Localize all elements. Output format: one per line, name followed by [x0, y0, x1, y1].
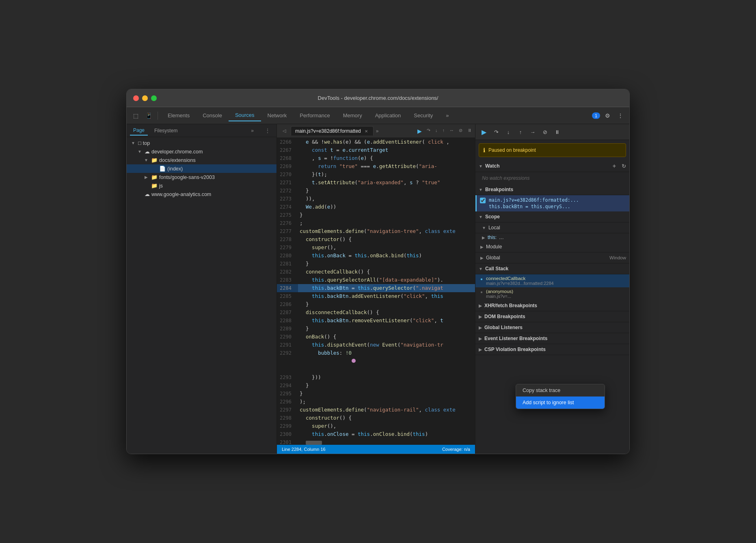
tree-label: docs/extensions: [159, 157, 196, 163]
maximize-button[interactable]: [151, 95, 157, 101]
tab-sources[interactable]: Sources: [229, 110, 261, 121]
main-tabs: Elements Console Sources Network Perform…: [161, 110, 590, 121]
breakpoint-item[interactable]: main.js?v=e382d86f:formatted:... this.ba…: [475, 195, 629, 211]
tab-performance[interactable]: Performance: [293, 110, 336, 121]
more-tabs-btn[interactable]: »: [439, 110, 455, 121]
tree-item-top[interactable]: ▼ □ top: [127, 139, 276, 147]
code-line-2273: 2273 )),: [277, 195, 475, 203]
code-line-2295: 2295 }: [277, 390, 475, 398]
tree-arrow: ▼: [143, 158, 149, 162]
step-over-btn[interactable]: ↷: [425, 127, 432, 135]
xhr-breakpoints-section[interactable]: ▶ XHR/fetch Breakpoints: [475, 300, 629, 311]
tree-item-js[interactable]: 📁 js: [127, 181, 276, 190]
debug-toolbar: ▶ ↷ ↓ ↑ → ⊘ ⏸: [475, 124, 629, 140]
step-out-btn[interactable]: ↑: [515, 127, 526, 137]
breakpoint-checkbox[interactable]: [480, 198, 486, 203]
step-into-btn[interactable]: ↓: [503, 127, 514, 137]
tree-item-analytics[interactable]: ☁ www.google-analytics.com: [127, 190, 276, 198]
pause-on-exception-btn[interactable]: ⏸: [552, 127, 562, 137]
tree-label: developer.chrome.com: [151, 149, 203, 155]
debug-content: ℹ Paused on breakpoint ▼ Watch + ↻ No wa…: [475, 140, 629, 454]
editor-tab-main[interactable]: main.js?v=e382d86f:formatted ✕: [291, 126, 374, 136]
watch-section-header[interactable]: ▼ Watch + ↻: [475, 160, 629, 172]
pause-btn[interactable]: ⏸: [466, 127, 473, 135]
tree-label: www.google-analytics.com: [151, 192, 211, 197]
editor-sidebar-toggle[interactable]: ◁: [279, 125, 290, 137]
scope-section-header[interactable]: ▼ Scope: [475, 211, 629, 222]
global-listeners-section[interactable]: ▶ Global Listeners: [475, 322, 629, 333]
file-tree: ▼ □ top ▼ ☁ developer.chrome.com ▼ 📁 doc…: [127, 137, 276, 454]
code-line-2298: 2298 constructor() {: [277, 414, 475, 422]
event-listener-breakpoints-section[interactable]: ▶ Event Listener Breakpoints: [475, 333, 629, 344]
tree-item-index[interactable]: 📄 (index): [127, 164, 276, 173]
bp-file: main.js?v=e382d86f:formatted:...: [489, 197, 579, 203]
debug-panel: ▶ ↷ ↓ ↑ → ⊘ ⏸ ℹ Paused on breakpoint ▼ W…: [475, 124, 629, 454]
code-line-2289: 2289 }: [277, 325, 475, 333]
scope-this-item[interactable]: ▶ this: …: [475, 233, 629, 241]
ctx-add-to-ignore[interactable]: Add script to ignore list: [516, 396, 605, 409]
active-frame-icon: ●: [480, 277, 483, 281]
tree-label: fonts/google-sans-v2003: [159, 175, 215, 180]
tab-application[interactable]: Application: [369, 110, 408, 121]
dom-arrow-icon: ▶: [479, 315, 482, 319]
code-line-2297: 2297 customElements.define("navigation-r…: [277, 406, 475, 414]
editor-more-tabs[interactable]: »: [376, 128, 379, 134]
deactivate-bp-btn[interactable]: ⊘: [540, 127, 550, 137]
settings-btn[interactable]: ⚙: [602, 110, 613, 121]
code-line-2277: 2277 customElements.define("navigation-t…: [277, 227, 475, 235]
close-button[interactable]: [133, 95, 139, 101]
tab-network[interactable]: Network: [261, 110, 294, 121]
step-over-btn[interactable]: ↷: [491, 127, 501, 137]
dom-breakpoints-section[interactable]: ▶ DOM Breakpoints: [475, 311, 629, 322]
tree-item-fonts[interactable]: ▶ 📁 fonts/google-sans-v2003: [127, 173, 276, 181]
csp-violation-section[interactable]: ▶ CSP Violation Breakpoints: [475, 344, 629, 355]
callstack-section-header[interactable]: ▼ Call Stack: [475, 263, 629, 274]
code-line-2283: 2283 this.querySelectorAll("[data-expand…: [277, 276, 475, 284]
tab-memory[interactable]: Memory: [337, 110, 369, 121]
csp-arrow-icon: ▶: [479, 347, 482, 352]
global-scope-header[interactable]: ▶ Global Window: [475, 252, 629, 263]
more-options-btn[interactable]: ⋮: [615, 110, 626, 121]
step-into-btn[interactable]: ↓: [434, 127, 439, 135]
tab-filesystem[interactable]: Filesystem: [151, 126, 181, 135]
editor-nav-btns: ▶ ↷ ↓ ↑ ↔ ⊘ ⏸: [416, 127, 473, 135]
tree-item-docs[interactable]: ▼ 📁 docs/extensions: [127, 156, 276, 164]
tree-item-chrome[interactable]: ▼ ☁ developer.chrome.com: [127, 147, 276, 156]
step-btn[interactable]: ↔: [448, 127, 456, 135]
step-btn[interactable]: →: [527, 127, 538, 137]
deactivate-breakpoints-btn[interactable]: ⊘: [457, 127, 464, 135]
local-scope-header[interactable]: ▼ Local: [475, 222, 629, 233]
step-out-btn[interactable]: ↑: [441, 127, 447, 135]
gl-label: Global Listeners: [484, 325, 523, 330]
panel-menu-btn[interactable]: ⋮: [262, 125, 273, 136]
minimize-button[interactable]: [142, 95, 148, 101]
code-line-2280: 2280 this.onBack = this.onBack.bind(this…: [277, 252, 475, 260]
tab-console[interactable]: Console: [196, 110, 229, 121]
callstack-item-1[interactable]: ● (anonymous) main.js?v=... Copy stack t…: [475, 287, 629, 300]
panel-more-tabs[interactable]: »: [251, 128, 254, 134]
code-line-2284: 2284 this.backBtn = this.querySelector("…: [277, 284, 475, 292]
cs-content-1: (anonymous) main.js?v=...: [486, 289, 513, 299]
tab-elements[interactable]: Elements: [161, 110, 196, 121]
tab-security[interactable]: Security: [407, 110, 439, 121]
editor-tab-close-btn[interactable]: ✕: [363, 129, 369, 134]
breakpoints-label: Breakpoints: [485, 187, 513, 192]
cursor-tool-btn[interactable]: ⬚: [130, 110, 141, 121]
code-line-2279: 2279 super(),: [277, 243, 475, 252]
code-editor[interactable]: 2266 e && !we.has(e) && (e.addEventListe…: [277, 138, 475, 445]
play-btn[interactable]: ▶: [416, 127, 423, 135]
module-scope-header[interactable]: ▶ Module: [475, 241, 629, 252]
device-toggle-btn[interactable]: 📱: [143, 110, 154, 121]
watch-arrow-icon: ▼: [479, 164, 483, 168]
toolbar-right: 1 ⚙ ⋮: [592, 110, 626, 121]
breakpoints-section-header[interactable]: ▼ Breakpoints: [475, 184, 629, 195]
code-line-2287: 2287 disconnectedCallback() {: [277, 308, 475, 317]
scope-label: Scope: [485, 214, 500, 220]
callstack-item-0[interactable]: ● connectedCallback main.js?v=e382d...fo…: [475, 274, 629, 287]
tab-page[interactable]: Page: [130, 126, 148, 136]
global-val: Window: [609, 255, 626, 260]
watch-refresh-btn[interactable]: ↻: [622, 163, 626, 169]
watch-add-btn[interactable]: +: [613, 163, 616, 169]
resume-btn[interactable]: ▶: [479, 127, 489, 137]
ctx-copy-stack[interactable]: Copy stack trace: [516, 384, 605, 396]
